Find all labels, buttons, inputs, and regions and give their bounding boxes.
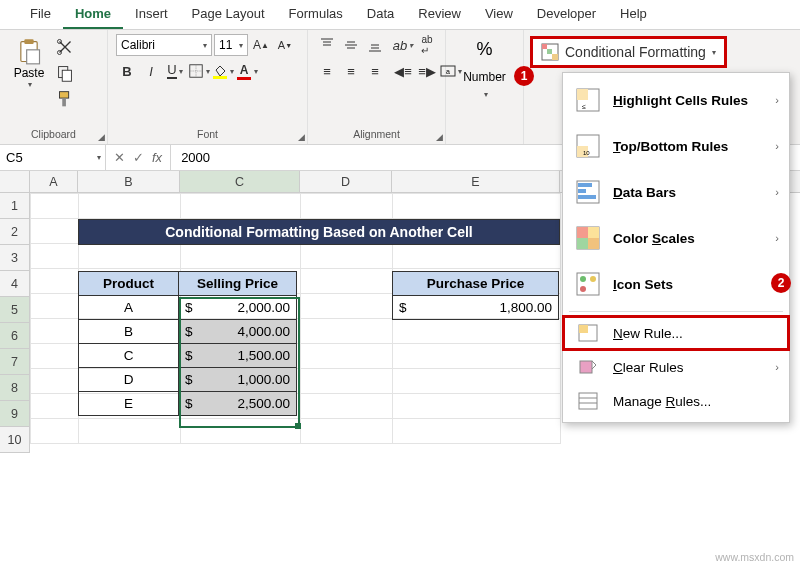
align-top-button[interactable] xyxy=(316,34,338,56)
menu-highlight-cells-rules[interactable]: ≤ HHighlight Cells Rulesighlight Cells R… xyxy=(563,77,789,123)
tab-formulas[interactable]: Formulas xyxy=(277,0,355,29)
svg-point-45 xyxy=(580,286,586,292)
align-right-button[interactable]: ≡ xyxy=(364,60,386,82)
tab-home[interactable]: Home xyxy=(63,0,123,29)
font-name-combo[interactable]: Calibri▾ xyxy=(116,34,212,56)
chevron-down-icon: ▾ xyxy=(230,67,234,76)
cancel-icon[interactable]: ✕ xyxy=(114,150,125,165)
conditional-formatting-menu: ≤ HHighlight Cells Rulesighlight Cells R… xyxy=(562,72,790,423)
table-row: A$2,000.00 xyxy=(79,296,297,320)
svg-rect-47 xyxy=(579,325,588,333)
conditional-formatting-icon xyxy=(541,43,559,61)
borders-button[interactable]: ▾ xyxy=(188,60,210,82)
tab-page-layout[interactable]: Page Layout xyxy=(180,0,277,29)
orientation-button[interactable]: ab▾ xyxy=(392,34,414,56)
header-product: Product xyxy=(79,272,179,296)
column-header-a[interactable]: A xyxy=(30,171,78,192)
svg-point-43 xyxy=(580,276,586,282)
fx-icon[interactable]: fx xyxy=(152,150,162,165)
wrap-icon: ab↵ xyxy=(421,34,432,56)
menu-icon-sets[interactable]: Icon Sets › 2 xyxy=(563,261,789,307)
purchase-price-table: Purchase Price $1,800.00 xyxy=(392,271,559,320)
row-header-5[interactable]: 5 xyxy=(0,297,30,323)
fill-color-button[interactable]: ▾ xyxy=(212,60,234,82)
increase-font-button[interactable]: A▲ xyxy=(250,34,272,56)
decrease-indent-button[interactable]: ◀≡ xyxy=(392,60,414,82)
bold-button[interactable]: B xyxy=(116,60,138,82)
menu-color-scales[interactable]: Color Scales › xyxy=(563,215,789,261)
align-middle-icon xyxy=(344,38,358,52)
svg-rect-39 xyxy=(588,227,599,238)
column-header-e[interactable]: E xyxy=(392,171,560,192)
group-number: % Number ▾ xyxy=(446,30,524,144)
column-header-b[interactable]: B xyxy=(78,171,180,192)
dialog-launcher-icon[interactable]: ◢ xyxy=(298,132,305,142)
chevron-right-icon: › xyxy=(775,186,779,198)
tab-developer[interactable]: Developer xyxy=(525,0,608,29)
chevron-down-icon: ▾ xyxy=(239,41,243,50)
name-box[interactable]: C5 ▾ xyxy=(0,145,106,170)
tab-insert[interactable]: Insert xyxy=(123,0,180,29)
row-header-9[interactable]: 9 xyxy=(0,401,30,427)
dialog-launcher-icon[interactable]: ◢ xyxy=(436,132,443,142)
group-label-font: Font xyxy=(116,128,299,142)
svg-rect-40 xyxy=(577,238,588,249)
copy-icon xyxy=(54,61,76,85)
tab-file[interactable]: File xyxy=(18,0,63,29)
tab-help[interactable]: Help xyxy=(608,0,659,29)
align-left-button[interactable]: ≡ xyxy=(316,60,338,82)
enter-icon[interactable]: ✓ xyxy=(133,150,144,165)
tab-data[interactable]: Data xyxy=(355,0,406,29)
svg-rect-24 xyxy=(542,44,547,49)
row-header-3[interactable]: 3 xyxy=(0,245,30,271)
menu-manage-rules[interactable]: Manage Rules... xyxy=(563,384,789,418)
percent-icon[interactable]: % xyxy=(467,34,503,64)
borders-icon xyxy=(188,59,204,83)
row-header-10[interactable]: 10 xyxy=(0,427,30,453)
svg-rect-36 xyxy=(578,195,596,199)
svg-rect-7 xyxy=(60,92,69,98)
align-center-button[interactable]: ≡ xyxy=(340,60,362,82)
chevron-down-icon: ▾ xyxy=(97,153,101,162)
menu-clear-rules[interactable]: Clear Rules › xyxy=(563,350,789,384)
menu-data-bars[interactable]: Data Bars › xyxy=(563,169,789,215)
row-header-6[interactable]: 6 xyxy=(0,323,30,349)
dialog-launcher-icon[interactable]: ◢ xyxy=(98,132,105,142)
cut-button[interactable] xyxy=(54,36,76,58)
column-header-d[interactable]: D xyxy=(300,171,392,192)
select-all-corner[interactable] xyxy=(0,171,30,192)
svg-rect-35 xyxy=(578,189,586,193)
row-header-7[interactable]: 7 xyxy=(0,349,30,375)
conditional-formatting-button[interactable]: Conditional Formatting ▾ xyxy=(530,36,727,68)
svg-rect-34 xyxy=(578,183,592,187)
column-header-c[interactable]: C xyxy=(180,171,300,192)
align-bottom-button[interactable] xyxy=(364,34,386,56)
tab-view[interactable]: View xyxy=(473,0,525,29)
tab-review[interactable]: Review xyxy=(406,0,473,29)
callout-badge-1: 1 xyxy=(514,66,534,86)
paste-icon xyxy=(15,36,43,66)
italic-button[interactable]: I xyxy=(140,60,162,82)
row-header-2[interactable]: 2 xyxy=(0,219,30,245)
chevron-down-icon: ▾ xyxy=(179,67,183,76)
paste-button[interactable]: Paste ▾ xyxy=(8,34,50,89)
format-painter-button[interactable] xyxy=(54,88,76,110)
font-size-combo[interactable]: 11▾ xyxy=(214,34,248,56)
row-header-8[interactable]: 8 xyxy=(0,375,30,401)
chevron-down-icon: ▾ xyxy=(203,41,207,50)
menu-new-rule[interactable]: New Rule... xyxy=(563,316,789,350)
svg-rect-26 xyxy=(552,54,558,60)
decrease-font-button[interactable]: A▼ xyxy=(274,34,296,56)
increase-indent-button[interactable]: ≡▶ xyxy=(416,60,438,82)
row-header-4[interactable]: 4 xyxy=(0,271,30,297)
font-color-button[interactable]: A▾ xyxy=(236,60,258,82)
copy-button[interactable] xyxy=(54,62,76,84)
wrap-text-button[interactable]: ab↵ xyxy=(416,34,438,56)
underline-button[interactable]: U▾ xyxy=(164,60,186,82)
row-header-1[interactable]: 1 xyxy=(0,193,30,219)
chevron-right-icon: › xyxy=(775,232,779,244)
align-middle-button[interactable] xyxy=(340,34,362,56)
icon-sets-icon xyxy=(575,271,601,297)
menu-top-bottom-rules[interactable]: 10 Top/Bottom Rules › xyxy=(563,123,789,169)
table-row: B$4,000.00 xyxy=(79,320,297,344)
